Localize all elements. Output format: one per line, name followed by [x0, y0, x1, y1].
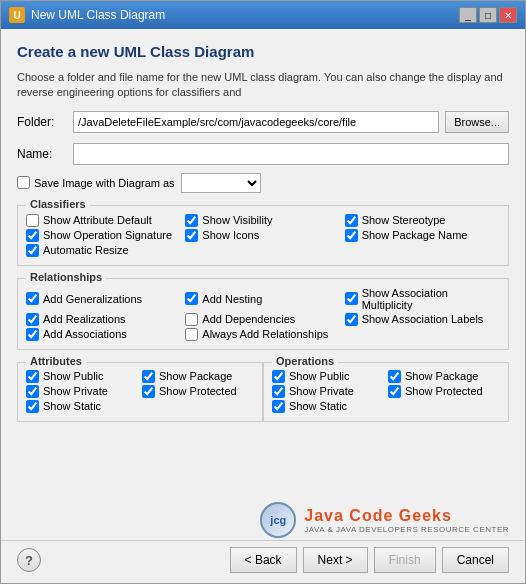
close-button[interactable]: ✕ [499, 7, 517, 23]
save-image-label: Save Image with Diagram as [34, 177, 175, 189]
attr-show-private[interactable]: Show Private [26, 385, 138, 398]
rel-always-add-relationships[interactable]: Always Add Relationships [185, 328, 340, 341]
cb-attr-show-public[interactable] [26, 370, 39, 383]
cb-op-show-public[interactable] [272, 370, 285, 383]
relationships-grid: Add Generalizations Add Nesting Show Ass… [26, 287, 500, 341]
window-title: New UML Class Diagram [31, 8, 165, 22]
cb-add-nesting[interactable] [185, 292, 198, 305]
cb-show-stereotype[interactable] [345, 214, 358, 227]
name-input[interactable] [73, 143, 509, 165]
cb-show-icons[interactable] [185, 229, 198, 242]
classifiers-title: Classifiers [26, 198, 90, 210]
classifier-automatic-resize[interactable]: Automatic Resize [26, 244, 181, 257]
window-icon: U [9, 7, 25, 23]
bottom-buttons: < Back Next > Finish Cancel [230, 547, 509, 573]
cb-always-add-relationships[interactable] [185, 328, 198, 341]
cb-attr-show-static[interactable] [26, 400, 39, 413]
classifier-show-icons[interactable]: Show Icons [185, 229, 340, 242]
relationships-title: Relationships [26, 271, 106, 283]
save-image-checkbox[interactable] [17, 176, 30, 189]
cb-show-assoc-labels[interactable] [345, 313, 358, 326]
logo-area: jcg Java Code Geeks JAVA & JAVA DEVELOPE… [1, 498, 525, 540]
maximize-button[interactable]: □ [479, 7, 497, 23]
classifier-show-package-name[interactable]: Show Package Name [345, 229, 500, 242]
op-show-static[interactable]: Show Static [272, 400, 384, 413]
cb-attr-show-package[interactable] [142, 370, 155, 383]
attr-show-static[interactable]: Show Static [26, 400, 138, 413]
cb-add-realizations[interactable] [26, 313, 39, 326]
attributes-title: Attributes [26, 355, 86, 367]
rel-add-nesting[interactable]: Add Nesting [185, 287, 340, 311]
rel-add-dependencies[interactable]: Add Dependencies [185, 313, 340, 326]
cb-attr-show-protected[interactable] [142, 385, 155, 398]
browse-button[interactable]: Browse... [445, 111, 509, 133]
classifier-show-operation-signature[interactable]: Show Operation Signature [26, 229, 181, 242]
rel-add-realizations[interactable]: Add Realizations [26, 313, 181, 326]
name-row: Name: [17, 143, 509, 165]
cb-show-visibility[interactable] [185, 214, 198, 227]
title-controls: _ □ ✕ [459, 7, 517, 23]
op-show-public[interactable]: Show Public [272, 370, 384, 383]
cancel-button[interactable]: Cancel [442, 547, 509, 573]
attr-show-protected[interactable]: Show Protected [142, 385, 254, 398]
classifier-show-stereotype[interactable]: Show Stereotype [345, 214, 500, 227]
cb-op-show-package[interactable] [388, 370, 401, 383]
logo-main-text: Java Code Geeks [304, 507, 509, 525]
cb-op-show-static[interactable] [272, 400, 285, 413]
attributes-operations-row: Attributes Show Public Show Package Show… [17, 358, 509, 422]
rel-add-generalizations[interactable]: Add Generalizations [26, 287, 181, 311]
classifiers-section: Classifiers Show Attribute Default Show … [17, 205, 509, 266]
title-bar-left: U New UML Class Diagram [9, 7, 165, 23]
cb-automatic-resize[interactable] [26, 244, 39, 257]
folder-input[interactable] [73, 111, 439, 133]
bottom-bar: ? < Back Next > Finish Cancel [1, 540, 525, 583]
logo-text-block: Java Code Geeks JAVA & JAVA DEVELOPERS R… [304, 507, 509, 534]
name-label: Name: [17, 147, 67, 161]
save-image-format-select[interactable] [181, 173, 261, 193]
op-show-package[interactable]: Show Package [388, 370, 500, 383]
title-bar: U New UML Class Diagram _ □ ✕ [1, 1, 525, 29]
rel-show-association-labels[interactable]: Show Association Labels [345, 313, 500, 326]
attributes-grid: Show Public Show Package Show Private Sh… [26, 370, 254, 413]
operations-section: Operations Show Public Show Package Show… [263, 362, 509, 422]
finish-button[interactable]: Finish [374, 547, 436, 573]
classifiers-grid: Show Attribute Default Show Visibility S… [26, 214, 500, 257]
relationships-section: Relationships Add Generalizations Add Ne… [17, 278, 509, 350]
attributes-section: Attributes Show Public Show Package Show… [17, 362, 263, 422]
attr-show-public[interactable]: Show Public [26, 370, 138, 383]
cb-op-show-private[interactable] [272, 385, 285, 398]
save-image-row: Save Image with Diagram as [17, 173, 509, 193]
page-title: Create a new UML Class Diagram [17, 43, 509, 60]
rel-show-association-multiplicity[interactable]: Show Association Multiplicity [345, 287, 500, 311]
main-content: Create a new UML Class Diagram Choose a … [1, 29, 525, 498]
classifier-show-attribute-default[interactable]: Show Attribute Default [26, 214, 181, 227]
attr-show-package[interactable]: Show Package [142, 370, 254, 383]
rel-add-associations[interactable]: Add Associations [26, 328, 181, 341]
minimize-button[interactable]: _ [459, 7, 477, 23]
cb-add-generalizations[interactable] [26, 292, 39, 305]
save-image-checkbox-label[interactable]: Save Image with Diagram as [17, 176, 175, 189]
classifier-show-visibility[interactable]: Show Visibility [185, 214, 340, 227]
cb-op-show-protected[interactable] [388, 385, 401, 398]
description: Choose a folder and file name for the ne… [17, 70, 509, 101]
cb-show-package-name[interactable] [345, 229, 358, 242]
back-button[interactable]: < Back [230, 547, 297, 573]
next-button[interactable]: Next > [303, 547, 368, 573]
cb-add-associations[interactable] [26, 328, 39, 341]
cb-show-assoc-multiplicity[interactable] [345, 292, 358, 305]
cb-show-operation-signature[interactable] [26, 229, 39, 242]
main-window: U New UML Class Diagram _ □ ✕ Create a n… [0, 0, 526, 584]
logo-sub-text: JAVA & JAVA DEVELOPERS RESOURCE CENTER [304, 525, 509, 534]
folder-label: Folder: [17, 115, 67, 129]
operations-grid: Show Public Show Package Show Private Sh… [272, 370, 500, 413]
logo-icon: jcg [260, 502, 296, 538]
op-show-protected[interactable]: Show Protected [388, 385, 500, 398]
folder-row: Folder: Browse... [17, 111, 509, 133]
operations-title: Operations [272, 355, 338, 367]
bottom-left: ? [17, 548, 41, 572]
cb-attr-show-private[interactable] [26, 385, 39, 398]
help-button[interactable]: ? [17, 548, 41, 572]
op-show-private[interactable]: Show Private [272, 385, 384, 398]
cb-add-dependencies[interactable] [185, 313, 198, 326]
cb-show-attribute-default[interactable] [26, 214, 39, 227]
